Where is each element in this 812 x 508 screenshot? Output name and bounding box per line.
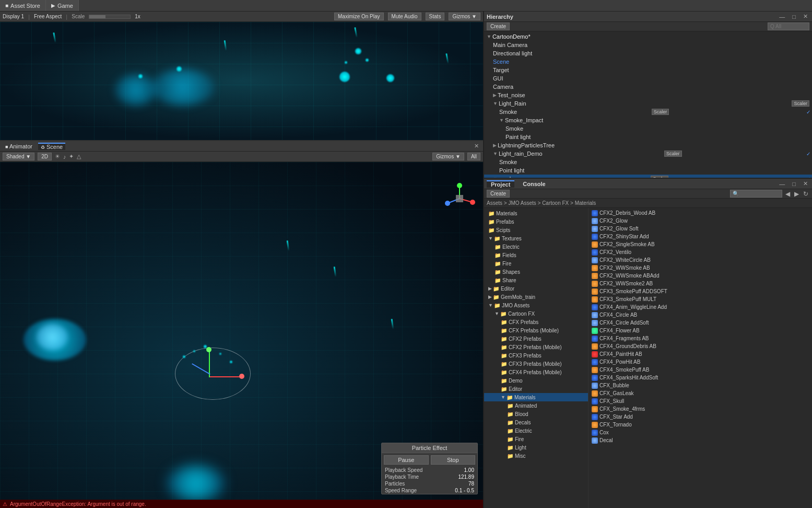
x-axis-handle[interactable] (209, 376, 240, 377)
tree-light[interactable]: 📁 Light (484, 443, 588, 452)
tree-electric2[interactable]: 📁 Electric (484, 426, 588, 435)
hierarchy-item-light-rain-demo[interactable]: ▼ Light_rain_Demo Scaler ✓ (484, 149, 812, 158)
asset-item[interactable]: CFX_GasLeak (591, 389, 810, 397)
tree-prefabs[interactable]: 📁 Prefabs (484, 217, 588, 226)
asset-item[interactable]: CFX3_SmokePuff ADDSOFT (591, 287, 810, 295)
mute-btn[interactable]: Mute Audio (388, 13, 421, 20)
tree-editor[interactable]: ▶ 📁 Editor (484, 284, 588, 293)
asset-item[interactable]: CFX4_SparksHit AddSoft (591, 374, 810, 382)
asset-item[interactable]: CFX2_Glow Soft (591, 225, 810, 233)
project-create-btn[interactable]: Create (487, 190, 510, 198)
nav-icon[interactable]: △ (77, 153, 81, 160)
tree-cartoonfx[interactable]: ▼ 📁 Cartoon FX (484, 309, 588, 318)
hierarchy-item-dir-light[interactable]: Directional light (484, 49, 812, 57)
asset-item[interactable]: CFX2_WWSmoke AB (591, 264, 810, 272)
stats-btn[interactable]: Stats (426, 13, 445, 20)
asset-item[interactable]: CFX2_Debris_Wood AB (591, 209, 810, 217)
hierarchy-item-camera[interactable]: Camera (484, 83, 812, 91)
tree-cfx-prefabs-mob[interactable]: 📁 CFX Prefabs (Mobile) (484, 326, 588, 334)
tree-decals[interactable]: 📁 Decals (484, 418, 588, 426)
hierarchy-item-gui[interactable]: GUI (484, 74, 812, 83)
hierarchy-item-test-noise[interactable]: ▶ Test_noise (484, 91, 812, 99)
asset-item[interactable]: CFX4_Anim_WiggleLine Add (591, 303, 810, 311)
hierarchy-item-paint-light[interactable]: Paint light (484, 133, 812, 141)
asset-item[interactable]: CFX_Smoke_4frms (591, 405, 810, 413)
asset-item[interactable]: CFX2_SingleSmoke AB (591, 240, 810, 248)
tree-shapes[interactable]: 📁 Shapes (484, 268, 588, 276)
x-axis-end[interactable] (239, 374, 244, 379)
asset-item[interactable]: CFX2_Glow (591, 217, 810, 225)
tree-demo[interactable]: 📁 Demo (484, 376, 588, 385)
pause-button[interactable]: Pause (384, 455, 429, 465)
tree-blood[interactable]: 📁 Blood (484, 410, 588, 418)
tree-fields[interactable]: 📁 Fields (484, 251, 588, 259)
display-label[interactable]: Display 1 (3, 14, 24, 19)
asset-store-tab[interactable]: ■ Asset Store (0, 0, 46, 11)
close-btn[interactable]: ✕ (474, 143, 479, 149)
asset-item[interactable]: CFX4_Circle AB (591, 311, 810, 319)
asset-item[interactable]: CFX_Skull (591, 397, 810, 405)
minimize-project-btn[interactable]: — (779, 181, 785, 187)
close-hierarchy-btn[interactable]: ✕ (803, 13, 808, 20)
tree-materials-selected[interactable]: ▼ 📁 Materials (484, 393, 588, 401)
scale-slider[interactable] (89, 15, 131, 19)
tree-cfx3-prefabs[interactable]: 📁 CFX3 Prefabs (484, 351, 588, 360)
hierarchy-search[interactable] (768, 22, 809, 30)
hierarchy-item-smoke-2[interactable]: Smoke (484, 124, 812, 133)
close-project-btn[interactable]: ✕ (803, 180, 808, 187)
hierarchy-item-point-light[interactable]: Point light (484, 166, 812, 175)
hierarchy-item-smoke-selected[interactable]: ▼ smoke Scaler ✓ (484, 175, 812, 178)
asset-item[interactable]: CFX4_Fragments AB (591, 334, 810, 342)
minimize-btn[interactable]: — (779, 14, 785, 20)
tree-cfx2-prefabs[interactable]: 📁 CFX2 Prefabs (484, 334, 588, 343)
forward-btn[interactable]: ▶ (794, 190, 799, 198)
tree-materials[interactable]: 📁 Materials (484, 209, 588, 217)
console-tab[interactable]: Console (519, 181, 549, 187)
asset-item[interactable]: CFX2_WWSmoke ABAdd (591, 272, 810, 280)
asset-item[interactable]: CFX_Star Add (591, 413, 810, 421)
hierarchy-item-light-rain[interactable]: ▼ Light_Rain Scaler (484, 99, 812, 108)
tree-cfx-prefabs[interactable]: 📁 CFX Prefabs (484, 318, 588, 326)
sync-btn[interactable]: ↻ (803, 190, 808, 198)
tree-editor2[interactable]: 📁 Editor (484, 385, 588, 393)
asset-item[interactable]: CFX4_Circle AddSoft (591, 319, 810, 327)
maximize-project-btn[interactable]: □ (792, 181, 796, 187)
tree-jmo[interactable]: ▼ 📁 JMO Assets (484, 301, 588, 309)
tree-animated[interactable]: 📁 Animated (484, 401, 588, 410)
hierarchy-item-scene[interactable]: Scene (484, 57, 812, 66)
project-tab[interactable]: Project (487, 180, 514, 188)
asset-item[interactable]: CFX_Tornado (591, 421, 810, 429)
y-axis-end[interactable] (206, 347, 211, 352)
hierarchy-item-main-camera[interactable]: Main Camera (484, 41, 812, 49)
asset-item[interactable]: CFX4_Flower AB (591, 327, 810, 334)
selected-object[interactable] (167, 340, 256, 402)
gizmos-btn2[interactable]: Gizmos ▼ (432, 153, 464, 160)
aspect-label[interactable]: Free Aspect (34, 14, 62, 19)
tree-textures[interactable]: ▼ 📁 Textures (484, 234, 588, 243)
hierarchy-item-cartoondemo[interactable]: ▼ CartoonDemo* (484, 32, 812, 41)
light-icon[interactable]: ☀ (55, 153, 60, 160)
stop-button[interactable]: Stop (431, 455, 476, 465)
asset-item[interactable]: CFX2_WhiteCircle AB (591, 256, 810, 264)
hierarchy-item-target[interactable]: Target (484, 66, 812, 74)
scene-tab-active[interactable]: ♻ Scene (38, 143, 65, 150)
project-search[interactable] (730, 190, 782, 198)
tree-scipts[interactable]: 📁 Scipts (484, 226, 588, 234)
tree-fire2[interactable]: 📁 Fire (484, 435, 588, 443)
tree-misc[interactable]: 📁 Misc (484, 452, 588, 460)
tree-gemmob[interactable]: ▶ 📁 GemMob_train (484, 293, 588, 301)
hierarchy-item-smoke-1[interactable]: Smoke Scaler ✓ (484, 108, 812, 116)
asset-item[interactable]: CFX_Bubble (591, 382, 810, 389)
hierarchy-item-smoke-impact[interactable]: ▼ Smoke_Impact (484, 116, 812, 124)
asset-item[interactable]: CFX4_SmokePuff AB (591, 366, 810, 374)
tree-cfx3-prefabs-mob[interactable]: 📁 CFX3 Prefabs (Mobile) (484, 360, 588, 368)
asset-item[interactable]: CFX4_PaintHit AB (591, 350, 810, 358)
asset-item[interactable]: CFX4_PowHit AB (591, 358, 810, 366)
maximize-hierarchy-btn[interactable]: □ (792, 14, 796, 20)
tree-fire[interactable]: 📁 Fire (484, 259, 588, 268)
asset-item[interactable]: CFX3_SmokePuff MULT (591, 295, 810, 303)
asset-item[interactable]: CFX2_ShinyStar Add (591, 233, 810, 240)
2d-btn[interactable]: 2D (38, 153, 52, 160)
hierarchy-item-lightning[interactable]: ▶ LightningParticlesTree (484, 141, 812, 149)
all-btn[interactable]: All (467, 153, 480, 160)
